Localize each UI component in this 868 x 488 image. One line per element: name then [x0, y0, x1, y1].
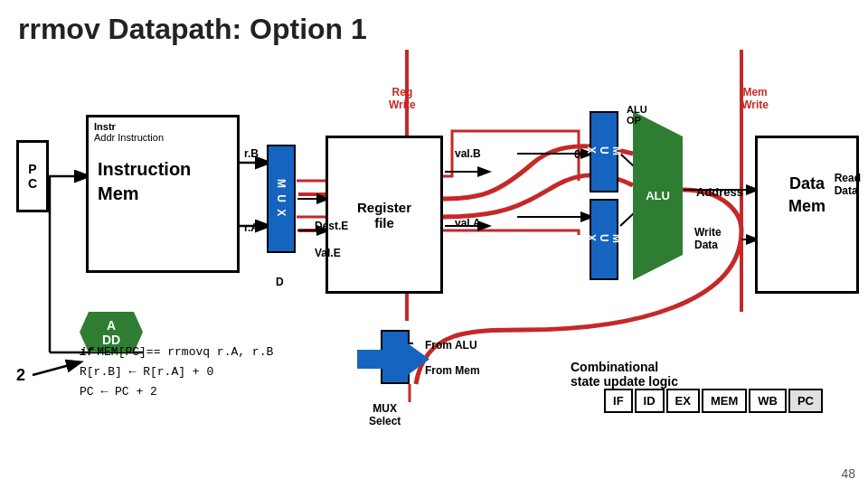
destE-label: Dest.E: [315, 220, 348, 232]
data-mem-block: Data Mem: [755, 136, 859, 294]
alu-label: ALU: [646, 189, 670, 202]
combinatorial-l2: state update logic: [571, 374, 678, 389]
mux-select-l2: Select: [369, 415, 401, 427]
write-data-l2: Data: [694, 239, 722, 251]
combinatorial-text: Combinational state update logic: [571, 360, 678, 389]
page-number: 48: [841, 466, 855, 481]
mux-rb-block: M U X: [267, 145, 296, 253]
alu-op-l2: OP: [627, 115, 647, 126]
add-label-line1: A: [107, 318, 116, 333]
reg-write-l1: Reg: [389, 86, 416, 99]
register-file-block: Register file: [326, 136, 443, 294]
reg-file-title-line2: file: [374, 215, 394, 230]
mux-rb-label: M U X: [275, 179, 288, 218]
instr-label-sub: Addr Instruction: [89, 132, 237, 143]
reg-write-l2: Write: [389, 99, 416, 111]
read-data-l1: Read: [835, 172, 861, 184]
stage-wb: WB: [749, 389, 787, 413]
pc-label-line2: C: [28, 176, 37, 191]
code-line2: R[r.B] ← R[r.A] + 0: [80, 362, 273, 382]
mux-valb-block: MUX: [590, 111, 618, 192]
svg-line-16: [620, 212, 635, 226]
pc-box: P C: [16, 140, 49, 212]
stage-id: ID: [635, 389, 665, 413]
read-data-l2: Data: [835, 184, 861, 197]
code-line1: if MEM[PC]== rrmovq r.A, r.B: [80, 342, 273, 362]
stage-pc: PC: [788, 389, 823, 413]
rb-label: r.B: [244, 147, 259, 160]
alu-op-l1: ALU: [627, 104, 647, 115]
stage-mem: MEM: [702, 389, 747, 413]
mem-write-l2: Write: [741, 99, 769, 111]
write-data-l1: Write: [694, 226, 722, 239]
valB-label: val.B: [455, 147, 481, 160]
mem-write-l1: Mem: [741, 86, 769, 99]
mux-valb-label: MUX: [585, 146, 623, 157]
mux-vala-label: MUX: [585, 234, 623, 245]
code-if: if: [80, 345, 94, 359]
rA-label: r.A: [244, 221, 259, 234]
two-label: 2: [16, 366, 25, 385]
instr-mem-main-line1: Instruction: [89, 143, 237, 180]
pc-label-line1: P: [28, 162, 36, 176]
mux-select-l1: MUX: [369, 402, 401, 415]
write-data-label: Write Data: [694, 226, 722, 251]
instr-mem-main-line2: Mem: [89, 180, 237, 204]
D-label: D: [276, 276, 284, 288]
combinatorial-l1: Combinational: [571, 360, 678, 374]
instruction-mem-block: Instr Addr Instruction Instruction Mem: [86, 115, 240, 273]
code-mem: MEM[PC]==: [97, 345, 167, 359]
alu-op-label: ALU OP: [627, 104, 647, 126]
address-label: Address: [696, 185, 743, 199]
mux-vala-block: MUX: [590, 199, 618, 280]
valA-label: val.A: [455, 217, 481, 230]
from-alu-label: From ALU: [425, 339, 477, 352]
zero-label: 0: [574, 147, 580, 161]
from-mem-label: From Mem: [425, 364, 480, 377]
reg-write-label: Reg Write: [389, 86, 416, 111]
code-block: if MEM[PC]== rrmovq r.A, r.B R[r.B] ← R[…: [80, 342, 273, 402]
reg-file-title-line1: Register: [357, 200, 411, 215]
page-title: rrmov Datapath: Option 1: [0, 0, 868, 46]
stage-ex: EX: [666, 389, 700, 413]
pipeline-stages: IF ID EX MEM WB PC: [604, 389, 823, 413]
valE-label: Val.E: [315, 247, 341, 259]
alu-block: ALU: [633, 111, 683, 280]
instr-label-top: Instr: [89, 117, 237, 132]
mux-select-label: MUX Select: [369, 402, 401, 427]
stage-if: IF: [604, 389, 633, 413]
mem-write-label: Mem Write: [741, 86, 769, 111]
code-inst: rrmovq r.A, r.B: [167, 345, 273, 359]
read-data-label: Read Data: [835, 172, 861, 197]
svg-line-22: [33, 362, 80, 375]
code-line3: PC ← PC + 2: [80, 382, 273, 402]
